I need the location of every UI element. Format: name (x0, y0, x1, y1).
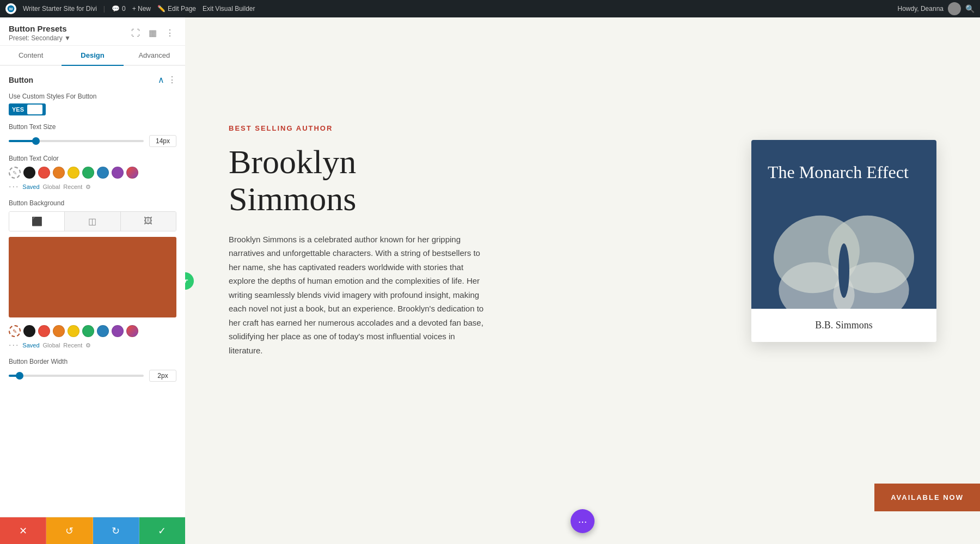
border-value[interactable]: 2px (149, 370, 176, 382)
bg-color-picker-icon[interactable]: ✎ (9, 325, 21, 337)
comment-icon: 💬 (112, 5, 120, 13)
edit-icon: ✏️ (157, 5, 166, 13)
bg-swatch-red[interactable] (38, 325, 50, 337)
comments-count: 0 (122, 5, 126, 13)
expand-icon[interactable]: ⛶ (129, 27, 142, 39)
section-options-icon[interactable]: ⋮ (168, 75, 176, 85)
toggle-box (27, 105, 42, 114)
bg-color-meta-row: ··· Saved Global Recent ⚙ (9, 340, 176, 350)
wordpress-icon[interactable]: W (5, 3, 16, 14)
panel-preset[interactable]: Preset: Secondary ▼ (9, 34, 71, 42)
bg-tab-image[interactable]: 🖼 (121, 212, 176, 231)
panel-footer: ✕ ↺ ↻ ✓ (0, 517, 185, 544)
new-button[interactable]: + New (132, 5, 151, 13)
panel-title-group: Button Presets Preset: Secondary ▼ (9, 24, 71, 42)
bg-swatch-black[interactable] (23, 325, 35, 337)
section-title: Button (9, 76, 33, 84)
button-text-color-row: Button Text Color ✎ ··· Saved Global (9, 155, 176, 192)
text-size-control: 14px (9, 135, 176, 147)
color-swatch-black[interactable] (23, 167, 35, 179)
exit-builder-button[interactable]: Exit Visual Builder (203, 5, 255, 13)
color-swatch-orange[interactable] (53, 167, 65, 179)
hero-right: The Monarch Effect (740, 140, 947, 342)
button-text-size-row: Button Text Size 14px (9, 123, 176, 147)
close-button[interactable]: ✕ (0, 517, 46, 544)
columns-icon[interactable]: ▦ (146, 27, 159, 39)
color-recent-label[interactable]: Recent (63, 184, 82, 190)
section-title-text: Button (9, 76, 33, 84)
separator: | (103, 5, 105, 13)
color-global-label[interactable]: Global (43, 184, 60, 190)
color-more-btn[interactable]: ··· (9, 182, 19, 192)
bg-color-swatches: ✎ (9, 325, 176, 337)
book-card: The Monarch Effect (751, 140, 936, 342)
bg-tab-color[interactable]: ⬛ (9, 212, 65, 231)
color-saved-label[interactable]: Saved (22, 184, 39, 190)
color-settings-icon[interactable]: ⚙ (85, 184, 91, 191)
text-size-value[interactable]: 14px (149, 135, 176, 147)
bg-type-tabs: ⬛ ◫ 🖼 (9, 211, 176, 231)
bg-color-more-btn[interactable]: ··· (9, 340, 19, 350)
panel-tabs: Content Design Advanced (0, 46, 185, 66)
bg-tab-gradient[interactable]: ◫ (65, 212, 120, 231)
site-name-link[interactable]: Writer Starter Site for Divi (23, 5, 97, 13)
redo-button[interactable]: ↻ (93, 517, 139, 544)
svg-text:W: W (9, 7, 14, 11)
more-options-icon[interactable]: ⋮ (163, 27, 176, 39)
hero-left: BEST SELLING AUTHOR BrooklynSimmons Broo… (229, 124, 740, 358)
toggle-label: Use Custom Styles For Button (9, 93, 176, 100)
tab-advanced[interactable]: Advanced (124, 46, 185, 66)
toggle-switch[interactable]: YES (9, 103, 46, 115)
color-picker-icon[interactable]: ✎ (9, 167, 21, 179)
tab-content[interactable]: Content (0, 46, 62, 66)
color-swatch-green[interactable] (82, 167, 94, 179)
bg-global-label[interactable]: Global (43, 342, 60, 349)
bg-color-preview[interactable] (9, 237, 176, 317)
border-slider[interactable] (9, 375, 144, 377)
hero-body-text: Brooklyn Simmons is a celebrated author … (229, 233, 490, 358)
save-button[interactable]: ✓ (139, 517, 185, 544)
svg-point-6 (838, 243, 849, 298)
bg-swatch-yellow[interactable] (68, 325, 79, 337)
panel-header-actions: ⛶ ▦ ⋮ (129, 27, 176, 39)
bg-swatch-purple[interactable] (112, 325, 124, 337)
bg-swatch-custom[interactable] (126, 325, 138, 337)
bg-settings-icon[interactable]: ⚙ (85, 342, 91, 349)
edit-page-button[interactable]: ✏️ Edit Page (157, 5, 196, 13)
text-color-label: Button Text Color (9, 155, 176, 162)
color-swatch-purple[interactable] (112, 167, 124, 179)
bg-swatch-orange[interactable] (53, 325, 65, 337)
section-header: Button ∧ ⋮ (9, 75, 176, 85)
page-wrapper: BEST SELLING AUTHOR BrooklynSimmons Broo… (185, 17, 980, 544)
color-swatch-custom[interactable] (126, 167, 138, 179)
text-size-label: Button Text Size (9, 123, 176, 131)
available-now-button[interactable]: AVAILABLE NOW (874, 484, 980, 511)
toggle-custom-styles: Use Custom Styles For Button YES (9, 93, 176, 115)
avatar[interactable] (948, 2, 961, 15)
color-swatch-blue[interactable] (97, 167, 109, 179)
color-swatch-red[interactable] (38, 167, 50, 179)
content-area: ☛ BEST SELLING AUTHOR BrooklynSimmons Br… (185, 17, 980, 544)
bg-recent-label[interactable]: Recent (63, 342, 82, 349)
edit-label: Edit Page (168, 5, 196, 13)
color-swatch-yellow[interactable] (68, 167, 79, 179)
bg-swatch-green[interactable] (82, 325, 94, 337)
reset-button[interactable]: ↺ (46, 517, 93, 544)
comments-link[interactable]: 💬 0 (112, 5, 126, 13)
panel-title: Button Presets (9, 24, 71, 33)
topbar: W Writer Starter Site for Divi | 💬 0 + N… (0, 0, 980, 17)
book-title: The Monarch Effect (768, 162, 920, 182)
left-panel: Button Presets Preset: Secondary ▼ ⛶ ▦ ⋮… (0, 17, 185, 544)
search-icon[interactable]: 🔍 (965, 4, 975, 13)
panel-header: Button Presets Preset: Secondary ▼ ⛶ ▦ ⋮ (0, 17, 185, 46)
text-size-slider[interactable] (9, 140, 144, 142)
book-author-section: B.B. Simmons (751, 309, 936, 342)
bg-swatch-blue[interactable] (97, 325, 109, 337)
section-collapse-icon[interactable]: ∧ (158, 75, 164, 85)
tab-design[interactable]: Design (62, 46, 123, 66)
bg-saved-label[interactable]: Saved (22, 342, 39, 349)
fab-button[interactable]: ··· (571, 509, 595, 533)
main-layout: Button Presets Preset: Secondary ▼ ⛶ ▦ ⋮… (0, 17, 980, 544)
color-meta-row: ··· Saved Global Recent ⚙ (9, 182, 176, 192)
hero-title: BrooklynSimmons (229, 143, 719, 217)
